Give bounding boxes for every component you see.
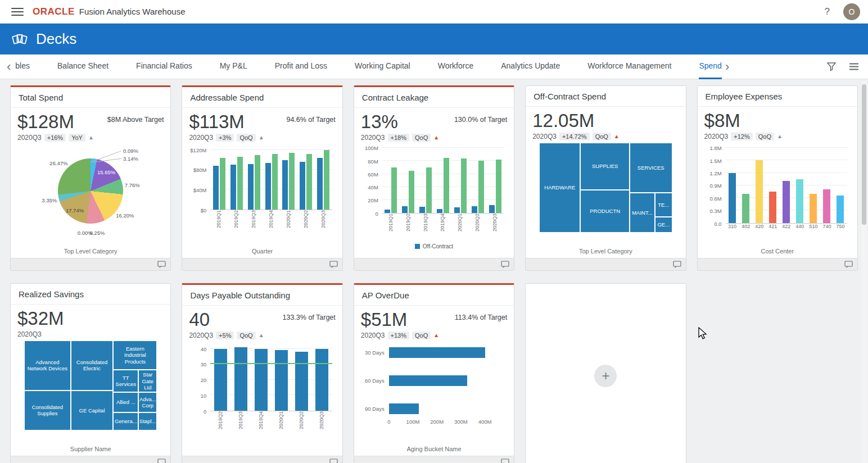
- hamburger-menu-icon[interactable]: [11, 8, 24, 16]
- vc-body: $120M$80M$40M$0: [189, 145, 335, 210]
- kpi: 12.05M 2020Q3 +14.72% QoQ ▲: [532, 111, 679, 140]
- annotation-icon[interactable]: [157, 261, 166, 268]
- bar: [237, 157, 243, 210]
- tabbar-tools: [826, 62, 859, 71]
- kpi-period: 2020Q3: [17, 330, 42, 338]
- days-payable-bar-chart: 4030201002019Q22019Q32019Q42020Q12020Q22…: [189, 343, 335, 438]
- annotation-icon[interactable]: [157, 459, 166, 463]
- groups: [210, 343, 332, 411]
- xaxis: 310402420421422440510740750: [726, 224, 847, 229]
- card-ap-overdue[interactable]: AP OverDue $51M 2020Q3 +13% QoQ ▲ 113.4%…: [354, 283, 514, 463]
- help-icon[interactable]: ?: [825, 6, 830, 17]
- annotation-icon[interactable]: [329, 261, 338, 268]
- kpi-change-badge: +18%: [388, 134, 409, 142]
- card-off-contract-spend[interactable]: Off-Contract Spend 12.05M 2020Q3 +14.72%…: [525, 85, 686, 271]
- contract-leakage-bar-chart: 100M80M60M40M20M02019Q12019Q22019Q32019Q…: [361, 145, 507, 249]
- ytick: 80M: [368, 158, 378, 164]
- pie-label: 3.35%: [42, 197, 57, 203]
- tile: PRODUCTN: [580, 190, 629, 232]
- total-spend-pie-chart: 0.09%3.14%15.65%7.76%16.20%9.25%0.00%17.…: [17, 144, 164, 239]
- card-body: $113M 2020Q3 +3% QoQ ▲ 94.6% of Target $…: [182, 108, 342, 258]
- bar: [282, 160, 288, 210]
- bar: [220, 158, 225, 210]
- bar: [275, 350, 288, 410]
- kpi-target-text: 130.0% of Target: [454, 116, 507, 142]
- card-contract-leakage[interactable]: Contract Leakage 13% 2020Q3 +18% QoQ ▲ 1…: [354, 85, 514, 271]
- card-employee-expenses[interactable]: Employee Expenses $8M 2020Q3 +12% QoQ ▲ …: [697, 85, 858, 271]
- card-addressable-spend[interactable]: Addressable Spend $113M 2020Q3 +3% QoQ ▲…: [182, 85, 342, 271]
- groups: [726, 144, 847, 223]
- tab-spend[interactable]: Spend: [699, 55, 721, 79]
- tab-truncated[interactable]: bles: [15, 55, 30, 79]
- tab-working-capital[interactable]: Working Capital: [355, 55, 410, 79]
- hrow: 60 Days: [361, 375, 507, 386]
- card-header: Realized Savings: [11, 284, 170, 305]
- filter-icon[interactable]: [826, 62, 837, 71]
- annotation-icon[interactable]: [673, 261, 681, 268]
- kpi: $32M 2020Q3: [17, 309, 164, 338]
- card-header: Off-Contract Spend: [526, 86, 685, 107]
- bar: [306, 154, 312, 210]
- tab-workforce[interactable]: Workforce: [438, 55, 474, 79]
- trend-up-icon: ▲: [614, 134, 620, 139]
- card-title: Employee Expenses: [706, 92, 783, 101]
- xtick: 740: [820, 224, 834, 229]
- annotation-icon[interactable]: [501, 261, 509, 268]
- tab-my-pl[interactable]: My P&L: [220, 55, 247, 79]
- group: [300, 145, 312, 210]
- scrollbar-thumb[interactable]: [862, 84, 866, 225]
- card-header: Contract Leakage: [354, 87, 514, 108]
- add-card-button[interactable]: +: [594, 365, 617, 387]
- card-title: Contract Leakage: [362, 93, 428, 102]
- group: [823, 144, 830, 223]
- xtick: 440: [793, 224, 807, 229]
- product-title: Fusion Analytics Warehouse: [79, 7, 186, 16]
- pie: [58, 158, 123, 224]
- vert: 2019Q1: [216, 210, 221, 228]
- annotation-icon[interactable]: [329, 459, 338, 463]
- card-body: $32M 2020Q3 Advanced Network DevicesCons…: [11, 305, 170, 456]
- ytick: 0: [204, 408, 206, 414]
- hbody: 30 Days60 Days90 Days: [361, 342, 507, 419]
- kpi-basis-badge: QoQ: [237, 134, 255, 142]
- tab-financial-ratios[interactable]: Financial Ratios: [136, 55, 192, 79]
- card-days-payable-outstanding[interactable]: Days Payable Outstanding 40 2020Q3 +5% Q…: [182, 283, 342, 463]
- card-footer: [526, 258, 685, 270]
- legend-item: Off-Contract: [415, 243, 453, 249]
- tile: HARDWARE: [539, 143, 580, 233]
- tab-balance-sheet[interactable]: Balance Sheet: [57, 55, 108, 79]
- kpi: $113M 2020Q3 +3% QoQ ▲ 94.6% of Target: [189, 112, 335, 142]
- hlabel: 30 Days: [361, 349, 389, 356]
- annotation-icon[interactable]: [844, 261, 853, 268]
- hbarfill: [389, 375, 467, 386]
- tab-profit-and-loss[interactable]: Profit and Loss: [275, 55, 327, 79]
- group: [756, 144, 763, 223]
- group: [742, 144, 749, 223]
- group: [255, 343, 268, 411]
- tabs-scroll-left-icon[interactable]: ‹: [3, 56, 14, 78]
- annotation-icon[interactable]: [501, 459, 509, 463]
- legend: Off-Contract: [361, 240, 507, 249]
- ytick: 0.9M: [709, 183, 721, 189]
- avatar[interactable]: O: [843, 3, 860, 20]
- tabs-scroll-right-icon[interactable]: ›: [722, 56, 733, 78]
- page-title: Decks: [36, 30, 76, 48]
- card-total-spend[interactable]: Total Spend $128M 2020Q3 +16% YoY ▲ $8M …: [10, 85, 171, 271]
- ytick: 1.8M: [709, 145, 721, 151]
- hxtick: 100M: [406, 419, 420, 425]
- tab-analytics-update[interactable]: Analytics Update: [501, 55, 560, 79]
- htrack: [389, 347, 499, 358]
- tab-workforce-management[interactable]: Workforce Management: [587, 55, 671, 79]
- kpi-basis-badge: YoY: [69, 134, 85, 142]
- deck-list-icon[interactable]: [849, 62, 859, 71]
- ytick: $80M: [193, 167, 207, 173]
- bar: [742, 194, 749, 223]
- kpi-period: 2020Q3: [532, 133, 557, 140]
- bar: [289, 153, 295, 210]
- hbarfill: [389, 347, 485, 358]
- vertical-scrollbar[interactable]: [861, 81, 867, 463]
- bar: [478, 161, 484, 212]
- card-realized-savings[interactable]: Realized Savings $32M 2020Q3 Advanced Ne…: [10, 283, 171, 463]
- card-footer: [11, 456, 170, 463]
- trend-up-icon: ▲: [259, 333, 264, 338]
